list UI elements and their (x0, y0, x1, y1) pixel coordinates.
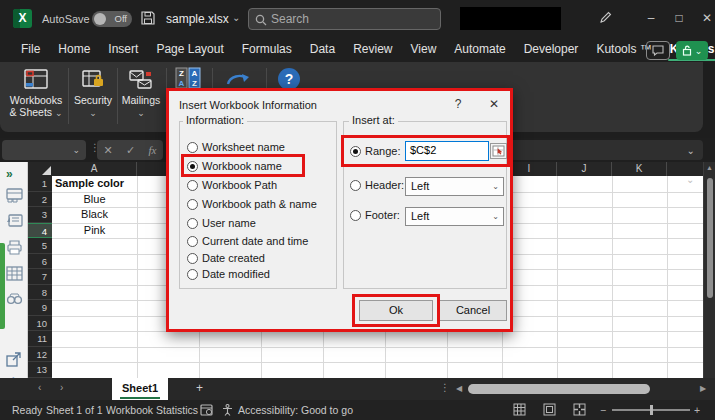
horizontal-scrollbar[interactable] (466, 384, 694, 394)
tabbar-splitter[interactable]: ⋮ (440, 382, 450, 393)
cell-A3[interactable]: Black (52, 207, 137, 223)
close-button[interactable]: ✕ (699, 11, 715, 25)
save-icon[interactable] (141, 11, 155, 27)
tab-page-layout[interactable]: Page Layout (147, 38, 232, 62)
normal-view-icon[interactable] (513, 403, 526, 418)
column-header-K[interactable]: K (612, 162, 667, 176)
row-header-8[interactable]: 8 (28, 285, 52, 301)
next-sheet-icon[interactable]: › (60, 382, 63, 393)
tab-data[interactable]: Data (301, 38, 344, 62)
sheet-tab-sheet1[interactable]: Sheet1 (112, 378, 168, 400)
name-box[interactable]: ⌄ (2, 140, 86, 160)
scroll-left-icon[interactable]: ◀ (456, 384, 462, 393)
security-button[interactable]: Security⌄ (72, 66, 114, 119)
radio-worksheet-name[interactable] (187, 142, 198, 153)
minimize-button[interactable]: – (643, 11, 659, 25)
radio-date-modified[interactable] (187, 269, 198, 280)
row-header-10[interactable]: 10 (28, 316, 52, 332)
tab-formulas[interactable]: Formulas (233, 38, 301, 62)
row-header-11[interactable]: 11 (28, 331, 52, 347)
vertical-scrollbar[interactable]: ▲ (703, 162, 715, 378)
open-pane-icon[interactable] (6, 352, 23, 367)
vertical-scroll-thumb[interactable] (707, 178, 713, 298)
horizontal-scroll-thumb[interactable] (468, 384, 650, 394)
page-break-view-icon[interactable] (573, 403, 586, 418)
workbook-filename[interactable]: sample.xlsx (166, 12, 229, 26)
page-layout-view-icon[interactable] (543, 403, 556, 418)
row-header-5[interactable]: 5 (28, 238, 52, 254)
prev-sheet-icon[interactable]: ‹ (38, 382, 41, 393)
cell-A2[interactable]: Blue (52, 192, 137, 208)
column-header-J[interactable]: J (557, 162, 612, 176)
radio-current-date-and-time[interactable] (187, 236, 198, 247)
ribbon-collapse-chevron-icon[interactable]: ⌄ (686, 174, 694, 185)
pane-resize-handle[interactable] (0, 243, 5, 329)
worksheets-table-icon[interactable] (6, 266, 23, 281)
tab-automate[interactable]: Automate (445, 38, 514, 62)
row-header-13[interactable]: 13 (28, 362, 52, 378)
row-header-4[interactable]: 4 (28, 223, 52, 239)
workbook-statistics[interactable]: Workbook Statistics (106, 404, 198, 416)
confirm-entry-icon[interactable]: ✓ (126, 144, 135, 157)
workbook-statistics-icon[interactable] (200, 404, 213, 418)
footer-radio[interactable] (350, 210, 361, 221)
expand-pane-icon[interactable]: » (6, 167, 23, 182)
tab-home[interactable]: Home (49, 38, 99, 62)
workbook-sheet-navigator-icon[interactable] (6, 188, 23, 203)
zoom-in-button[interactable]: + (694, 404, 700, 416)
print-pane-icon[interactable] (6, 240, 23, 255)
workbooks-sheets-button[interactable]: Workbooks& Sheets ⌄ (8, 66, 64, 119)
select-all-corner[interactable] (28, 162, 52, 176)
scroll-up-icon[interactable]: ▲ (706, 164, 713, 171)
tab-review[interactable]: Review (344, 38, 401, 62)
radio-date-created[interactable] (187, 253, 198, 264)
cancel-entry-icon[interactable]: ✕ (104, 144, 113, 157)
accessibility-status[interactable]: Accessibility: Good to go (238, 404, 353, 416)
column-list-pane-icon[interactable] (6, 213, 23, 228)
header-select[interactable]: Left⌄ (405, 177, 504, 196)
cell-A1[interactable]: Sample color (52, 176, 137, 192)
add-sheet-button[interactable]: + (196, 381, 203, 395)
mailings-button[interactable]: Mailings⌄ (119, 66, 163, 119)
filename-chevron-icon[interactable]: ⌄ (232, 12, 240, 23)
zoom-slider-thumb[interactable] (650, 405, 653, 415)
dialog-close-button[interactable]: ✕ (485, 97, 503, 111)
comments-button[interactable] (646, 41, 670, 60)
row-header-3[interactable]: 3 (28, 207, 52, 223)
sheet-count[interactable]: Sheet 1 of 1 (46, 404, 103, 416)
radio-workbook-path-name[interactable] (187, 199, 198, 210)
help-icon[interactable]: ? (278, 68, 300, 90)
column-header-A[interactable]: A (52, 162, 137, 176)
dialog-help-button[interactable]: ? (449, 97, 467, 111)
row-header-2[interactable]: 2 (28, 192, 52, 208)
row-header-12[interactable]: 12 (28, 347, 52, 363)
accessibility-icon[interactable] (222, 404, 233, 418)
comment-icon (652, 45, 664, 56)
tab-insert[interactable]: Insert (99, 38, 147, 62)
row-header-9[interactable]: 9 (28, 300, 52, 316)
cell-A4[interactable]: Pink (52, 223, 137, 239)
share-button[interactable]: ⌄ (676, 41, 708, 60)
advanced-find-icon[interactable] (6, 292, 23, 307)
tab-view[interactable]: View (402, 38, 446, 62)
tab-developer[interactable]: Developer (515, 38, 588, 62)
redo-arrow-button[interactable] (225, 70, 253, 90)
formula-expand-chevron-icon[interactable]: ⌄ (687, 145, 695, 156)
header-radio[interactable] (350, 180, 361, 191)
footer-select[interactable]: Left⌄ (405, 207, 504, 226)
row-header-6[interactable]: 6 (28, 254, 52, 270)
scroll-right-icon[interactable]: ▶ (700, 384, 706, 393)
search-input[interactable]: Search (248, 8, 441, 30)
cancel-button[interactable]: Cancel (439, 300, 507, 321)
tab-file[interactable]: File (12, 38, 49, 62)
insert-function-icon[interactable]: fx (148, 144, 156, 156)
row-header-1[interactable]: 1 (28, 176, 52, 192)
excel-logo-icon[interactable]: X (13, 9, 32, 28)
pen-icon[interactable] (598, 10, 613, 27)
radio-workbook-path[interactable] (187, 180, 198, 191)
autosave-toggle[interactable]: Off (92, 11, 132, 27)
row-header-7[interactable]: 7 (28, 269, 52, 285)
maximize-button[interactable]: □ (671, 11, 687, 25)
zoom-out-button[interactable]: − (600, 404, 606, 416)
radio-user-name[interactable] (187, 218, 198, 229)
